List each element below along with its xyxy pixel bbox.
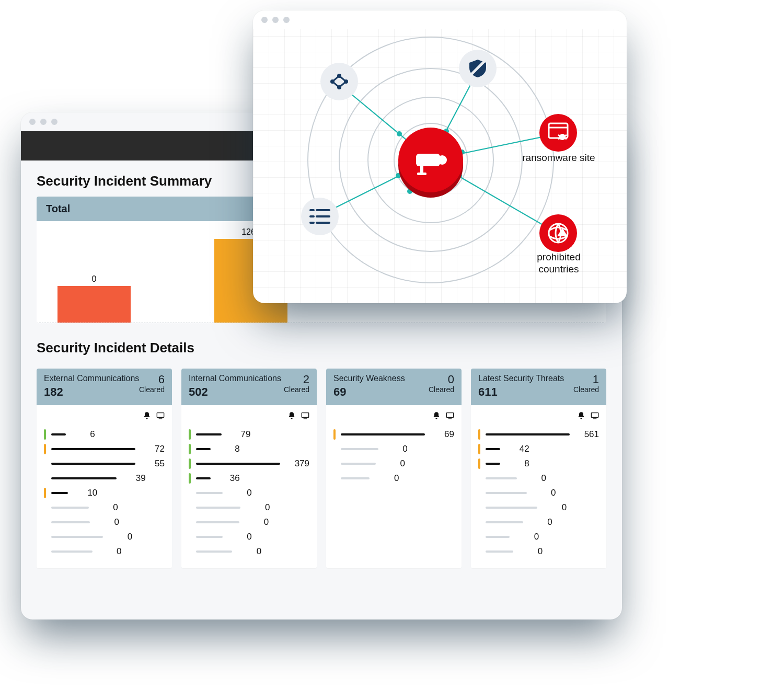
row-value: 42 xyxy=(505,444,529,454)
traffic-light-dot xyxy=(261,17,268,23)
detail-row: 0 xyxy=(189,486,309,500)
detail-card[interactable]: Latest Security Threats 611 1 Cleared xyxy=(471,369,606,568)
detail-card-head: Latest Security Threats 611 1 Cleared xyxy=(471,369,606,405)
card-icon-row xyxy=(478,411,599,422)
row-priority-tick xyxy=(478,429,480,440)
detail-row: 10 xyxy=(44,486,165,500)
monitor-icon[interactable] xyxy=(301,411,309,422)
traffic-light-dot xyxy=(51,119,57,125)
row-priority-tick xyxy=(333,444,336,454)
detail-row: 0 xyxy=(478,500,599,515)
row-value: 0 xyxy=(94,502,118,513)
row-priority-tick xyxy=(189,473,191,484)
traffic-light-dot xyxy=(272,17,279,23)
detail-card[interactable]: External Communications 182 6 Cleared xyxy=(37,369,172,568)
row-bar xyxy=(51,551,93,553)
row-value: 8 xyxy=(505,458,529,469)
detail-row: 0 xyxy=(189,530,309,544)
svg-point-34 xyxy=(437,155,447,165)
detail-row: 0 xyxy=(478,471,599,486)
row-priority-tick xyxy=(189,517,191,528)
detail-card-cleared: 1 Cleared xyxy=(573,374,599,394)
svg-line-57 xyxy=(558,138,560,139)
row-priority-tick xyxy=(44,517,46,528)
row-priority-tick xyxy=(189,488,191,498)
row-bar xyxy=(486,477,517,479)
detail-row: 0 xyxy=(189,515,309,530)
detail-card-body: 6 72 55 39 10 0 0 0 xyxy=(37,405,172,568)
detail-card[interactable]: Security Weakness 69 0 Cleared xyxy=(326,369,462,568)
row-bar xyxy=(196,477,211,479)
row-value: 0 xyxy=(384,444,408,454)
row-bar xyxy=(51,521,90,523)
row-value: 0 xyxy=(375,473,399,484)
detail-card-body: 561 42 8 0 0 0 0 0 xyxy=(471,405,606,568)
row-priority-tick xyxy=(189,444,191,454)
radar-node-ransomware[interactable] xyxy=(539,114,577,152)
detail-row: 55 xyxy=(44,456,165,471)
detail-row: 8 xyxy=(478,456,599,471)
summary-bar-0-label: 0 xyxy=(57,274,131,284)
row-priority-tick xyxy=(478,488,480,498)
row-priority-tick xyxy=(44,488,46,498)
row-priority-tick xyxy=(478,532,480,542)
row-bar xyxy=(486,448,500,450)
radar-node-prohibited[interactable]: ! xyxy=(539,214,577,252)
row-bar xyxy=(196,433,222,435)
bell-icon[interactable] xyxy=(432,411,441,422)
row-value: 0 xyxy=(528,517,552,528)
monitor-icon[interactable] xyxy=(446,411,454,422)
svg-rect-6 xyxy=(591,413,598,418)
row-value: 0 xyxy=(95,517,119,528)
details-section: Security Incident Details xyxy=(21,327,622,369)
row-priority-tick xyxy=(44,532,46,542)
bell-icon[interactable] xyxy=(287,411,296,422)
detail-card-cleared: 0 Cleared xyxy=(429,374,454,394)
bell-icon[interactable] xyxy=(143,411,151,422)
window-controls-front xyxy=(253,10,627,29)
row-priority-tick xyxy=(478,458,480,469)
row-value: 0 xyxy=(246,502,270,513)
row-priority-tick xyxy=(44,444,46,454)
row-bar xyxy=(196,536,223,538)
row-bar xyxy=(486,536,510,538)
detail-row: 0 xyxy=(44,515,165,530)
row-bar xyxy=(341,433,425,435)
row-value: 0 xyxy=(518,546,543,557)
row-bar xyxy=(196,551,232,553)
detail-row: 0 xyxy=(478,486,599,500)
threat-radar-window: ! ransomware site prohibited countries xyxy=(253,10,627,303)
monitor-icon[interactable] xyxy=(591,411,599,422)
row-priority-tick xyxy=(189,502,191,513)
radar-canvas: ! ransomware site prohibited countries xyxy=(253,29,627,303)
row-bar xyxy=(486,433,570,435)
traffic-light-dot xyxy=(283,17,290,23)
row-bar xyxy=(486,492,527,494)
row-bar xyxy=(196,507,240,509)
row-bar xyxy=(51,463,135,465)
detail-row: 0 xyxy=(333,471,454,486)
row-value: 39 xyxy=(122,473,146,484)
detail-row: 72 xyxy=(44,442,165,456)
row-priority-tick xyxy=(44,429,46,440)
row-priority-tick xyxy=(478,502,480,513)
detail-row: 0 xyxy=(333,456,454,471)
detail-row: 0 xyxy=(189,500,309,515)
detail-row: 0 xyxy=(44,500,165,515)
row-priority-tick xyxy=(333,458,336,469)
detail-row: 0 xyxy=(478,530,599,544)
bell-icon[interactable] xyxy=(577,411,585,422)
row-value: 55 xyxy=(141,458,165,469)
row-value: 0 xyxy=(108,532,132,542)
details-cards-row: External Communications 182 6 Cleared xyxy=(21,369,622,584)
monitor-icon[interactable] xyxy=(156,411,165,422)
traffic-light-dot xyxy=(40,119,47,125)
row-bar xyxy=(51,492,68,494)
detail-card[interactable]: Internal Communications 502 2 Cleared xyxy=(181,369,317,568)
row-value: 36 xyxy=(216,473,240,484)
detail-card-head: Internal Communications 502 2 Cleared xyxy=(181,369,317,405)
row-bar xyxy=(486,551,513,553)
row-priority-tick xyxy=(478,473,480,484)
row-bar xyxy=(51,536,103,538)
row-bar xyxy=(486,463,500,465)
